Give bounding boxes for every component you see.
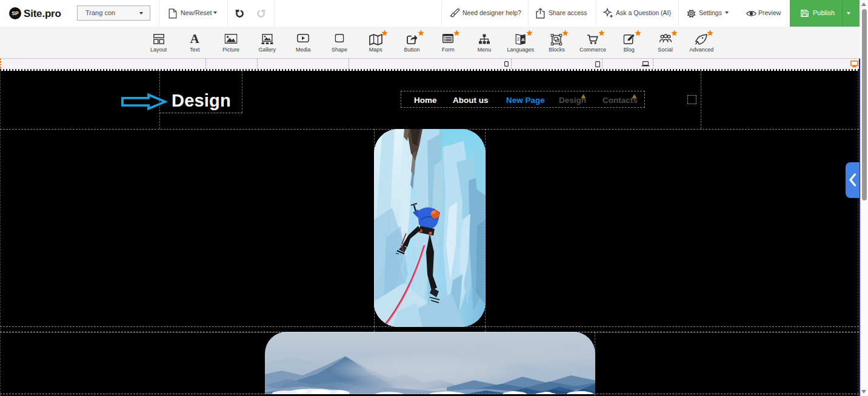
svg-text:A: A	[190, 34, 200, 44]
svg-text:A: A	[521, 37, 525, 42]
svg-text:2: 2	[517, 37, 519, 41]
